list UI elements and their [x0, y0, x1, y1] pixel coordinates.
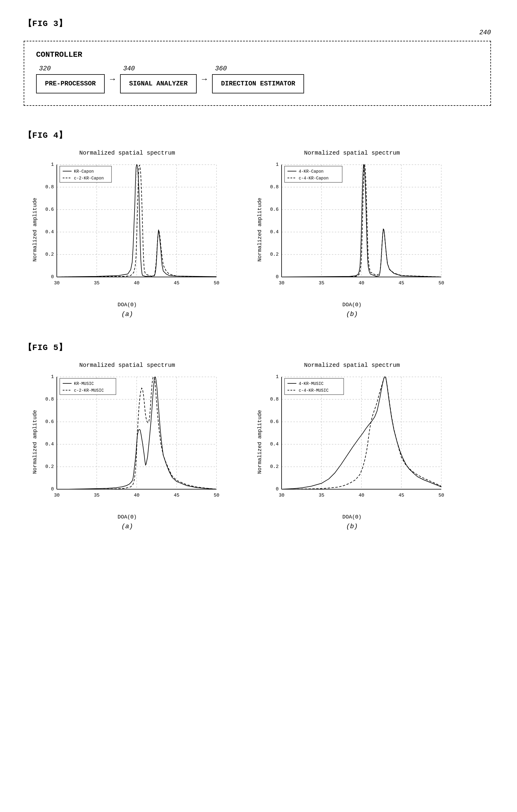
svg-text:0.8: 0.8 — [45, 397, 54, 402]
svg-text:50: 50 — [438, 493, 444, 498]
fig4-chart-b-ylabel: Normalized amplitude — [257, 159, 263, 300]
svg-text:0.8: 0.8 — [270, 184, 279, 190]
svg-text:0.2: 0.2 — [270, 252, 279, 257]
svg-text:0: 0 — [276, 274, 279, 280]
svg-text:35: 35 — [319, 493, 324, 498]
svg-text:50: 50 — [214, 493, 219, 498]
svg-text:4-KR-Capon: 4-KR-Capon — [299, 169, 324, 174]
svg-text:0.8: 0.8 — [45, 184, 54, 190]
fig5-chart-a-ylabel: Normalized amplitude — [32, 371, 38, 513]
svg-text:0.4: 0.4 — [270, 442, 279, 447]
fig4-chart-b-area: 0 0.2 0.4 0.6 0.8 1 30 35 40 45 50 — [264, 159, 447, 300]
fig4-label: 【FIG 4】 — [24, 129, 493, 141]
svg-text:c-4-KR-MUSIC: c-4-KR-MUSIC — [299, 388, 329, 393]
fig5-chart-a-row: Normalized amplitude — [32, 371, 222, 513]
signal-analyzer-num: 340 — [123, 65, 135, 72]
svg-text:0.6: 0.6 — [270, 207, 279, 212]
svg-text:30: 30 — [54, 493, 59, 498]
svg-text:30: 30 — [279, 281, 284, 286]
svg-text:0.2: 0.2 — [270, 464, 279, 469]
fig3-number: 240 — [479, 29, 491, 36]
fig5-chart-b-area: 0 0.2 0.4 0.6 0.8 1 30 35 40 45 50 — [264, 371, 447, 513]
fig4-chart-a-title: Normalized spatial spectrum — [79, 150, 175, 156]
fig4-chart-b: Normalized spatial spectrum Normalized a… — [248, 150, 456, 318]
svg-text:0.2: 0.2 — [45, 464, 54, 469]
svg-text:30: 30 — [54, 281, 59, 286]
svg-text:40: 40 — [358, 281, 364, 286]
svg-text:1: 1 — [51, 374, 54, 380]
fig4-chart-b-sublabel: (b) — [346, 311, 358, 318]
fig4-chart-a-ylabel: Normalized amplitude — [32, 159, 38, 300]
fig3-section: 【FIG 3】 240 CONTROLLER 320 PRE-PROCESSOR… — [24, 18, 493, 106]
arrow-1: → — [110, 75, 115, 84]
svg-text:0.4: 0.4 — [270, 229, 279, 235]
fig4-chart-b-title: Normalized spatial spectrum — [304, 150, 400, 156]
fig4-chart-a-sublabel: (a) — [121, 311, 133, 318]
svg-text:45: 45 — [399, 281, 404, 286]
svg-text:0: 0 — [276, 487, 279, 492]
arrow-2: → — [202, 75, 207, 84]
fig5-chart-a-xlabel: DOA(Θ) — [118, 514, 137, 520]
svg-text:45: 45 — [173, 493, 179, 498]
fig4-chart-a-row: Normalized amplitude — [32, 159, 222, 300]
svg-text:0.6: 0.6 — [270, 419, 279, 425]
controller-box: CONTROLLER 320 PRE-PROCESSOR → 340 SIGNA… — [24, 41, 491, 106]
svg-text:c-2-KR-MUSIC: c-2-KR-MUSIC — [74, 388, 104, 393]
fig4-chart-a-svg: 0 0.2 0.4 0.6 0.8 1 30 35 40 45 50 — [39, 159, 222, 300]
fig4-chart-b-row: Normalized amplitude — [257, 159, 447, 300]
svg-text:1: 1 — [276, 374, 279, 380]
fig4-section: 【FIG 4】 Normalized spatial spectrum Norm… — [24, 129, 493, 318]
svg-text:0.6: 0.6 — [45, 419, 54, 425]
svg-text:50: 50 — [438, 281, 444, 286]
svg-text:50: 50 — [214, 281, 219, 286]
fig5-chart-b-title: Normalized spatial spectrum — [304, 362, 400, 369]
fig5-chart-b-sublabel: (b) — [346, 523, 358, 530]
svg-text:c-4-KR-Capon: c-4-KR-Capon — [299, 176, 329, 181]
fig5-chart-a: Normalized spatial spectrum Normalized a… — [24, 362, 231, 530]
fig4-chart-a-xlabel: DOA(Θ) — [118, 302, 137, 308]
signal-analyzer-block: SIGNAL ANALYZER — [120, 74, 196, 93]
fig5-chart-b-row: Normalized amplitude — [257, 371, 447, 513]
svg-text:45: 45 — [399, 493, 404, 498]
fig5-chart-a-svg: 0 0.2 0.4 0.6 0.8 1 30 35 40 45 50 — [39, 371, 222, 513]
fig5-chart-a-sublabel: (a) — [121, 523, 133, 530]
svg-text:0.4: 0.4 — [45, 229, 54, 235]
direction-estimator-wrap: 360 DIRECTION ESTIMATOR — [212, 65, 304, 93]
fig4-charts-row: Normalized spatial spectrum Normalized a… — [24, 150, 493, 318]
pre-processor-block: PRE-PROCESSOR — [36, 74, 105, 93]
pre-processor-wrap: 320 PRE-PROCESSOR — [36, 65, 105, 93]
svg-text:35: 35 — [94, 493, 99, 498]
fig5-section: 【FIG 5】 Normalized spatial spectrum Norm… — [24, 342, 493, 530]
svg-text:35: 35 — [94, 281, 99, 286]
fig4-chart-a-area: 0 0.2 0.4 0.6 0.8 1 30 35 40 45 50 — [39, 159, 222, 300]
svg-text:4-KR-MUSIC: 4-KR-MUSIC — [299, 381, 324, 386]
svg-text:0: 0 — [51, 487, 54, 492]
fig5-chart-a-area: 0 0.2 0.4 0.6 0.8 1 30 35 40 45 50 — [39, 371, 222, 513]
svg-text:KR-Capon: KR-Capon — [74, 169, 94, 174]
svg-text:c-2-KR-Capon: c-2-KR-Capon — [74, 176, 104, 181]
direction-estimator-block: DIRECTION ESTIMATOR — [212, 74, 304, 93]
fig5-chart-b-xlabel: DOA(Θ) — [343, 514, 362, 520]
fig5-charts-row: Normalized spatial spectrum Normalized a… — [24, 362, 493, 530]
controller-label: CONTROLLER — [36, 50, 479, 59]
svg-text:KR-MUSIC: KR-MUSIC — [74, 381, 94, 386]
svg-text:40: 40 — [134, 493, 139, 498]
fig5-label: 【FIG 5】 — [24, 342, 493, 353]
svg-text:0.4: 0.4 — [45, 442, 54, 447]
blocks-row: 320 PRE-PROCESSOR → 340 SIGNAL ANALYZER … — [36, 65, 479, 93]
svg-text:30: 30 — [279, 493, 284, 498]
fig4-chart-b-xlabel: DOA(Θ) — [343, 302, 362, 308]
svg-text:45: 45 — [173, 281, 179, 286]
svg-text:40: 40 — [358, 493, 364, 498]
fig3-label: 【FIG 3】 — [24, 18, 493, 29]
fig4-chart-a: Normalized spatial spectrum Normalized a… — [24, 150, 231, 318]
direction-estimator-num: 360 — [215, 65, 227, 72]
fig4-chart-b-svg: 0 0.2 0.4 0.6 0.8 1 30 35 40 45 50 — [264, 159, 447, 300]
svg-text:40: 40 — [134, 281, 139, 286]
fig5-chart-b: Normalized spatial spectrum Normalized a… — [248, 362, 456, 530]
pre-processor-num: 320 — [39, 65, 51, 72]
svg-text:0.2: 0.2 — [45, 252, 54, 257]
svg-text:0: 0 — [51, 274, 54, 280]
signal-analyzer-wrap: 340 SIGNAL ANALYZER — [120, 65, 196, 93]
svg-text:35: 35 — [319, 281, 324, 286]
